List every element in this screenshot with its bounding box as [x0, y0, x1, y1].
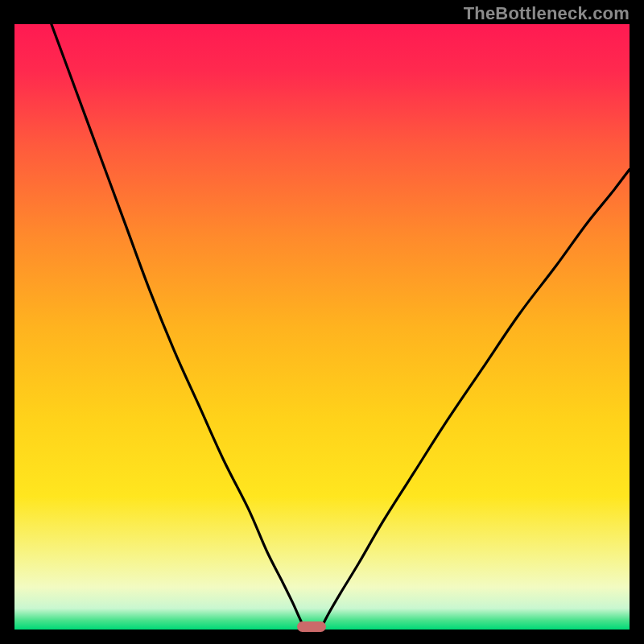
watermark-text: TheBottleneck.com	[464, 3, 630, 24]
optimal-point-marker	[297, 621, 326, 632]
gradient-background	[14, 24, 630, 630]
bottleneck-chart	[14, 24, 630, 630]
plot-frame	[14, 24, 630, 630]
